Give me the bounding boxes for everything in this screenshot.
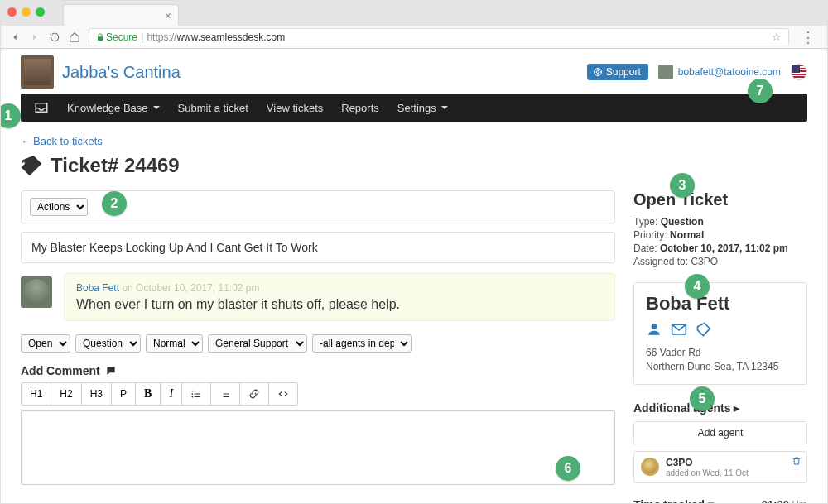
svg-point-3 xyxy=(192,393,194,395)
user-email: bobafett@tatooine.com xyxy=(678,66,781,78)
additional-agents-section: Additional agents ▸ Add agent C3PO added… xyxy=(633,401,807,483)
nav-submit-ticket[interactable]: Submit a ticket xyxy=(178,102,248,114)
home-icon[interactable] xyxy=(69,31,80,43)
callout-5: 5 xyxy=(690,386,715,411)
trash-icon xyxy=(792,456,802,466)
nav-view-tickets[interactable]: View tickets xyxy=(267,102,323,114)
close-tab-icon[interactable]: × xyxy=(165,10,171,22)
user-avatar xyxy=(658,65,673,79)
agent-name: C3PO xyxy=(666,457,749,468)
ticket-heading: Ticket# 24469 xyxy=(21,154,807,177)
comment-timestamp: on October 10, 2017, 11:02 pm xyxy=(122,282,259,294)
support-label: Support xyxy=(606,66,641,78)
link-icon xyxy=(248,388,260,400)
rte-link[interactable] xyxy=(240,383,269,405)
bookmark-star-icon[interactable]: ☆ xyxy=(772,31,782,43)
customer-card: Boba Fett 66 Vader Rd Northern Dune Sea,… xyxy=(633,282,807,385)
editor-toolbar: H1 H2 H3 P B I xyxy=(21,382,298,406)
rte-ul[interactable] xyxy=(182,383,211,405)
browser-tab-strip: × xyxy=(1,1,827,26)
brand-name: Jabba's Cantina xyxy=(62,63,181,82)
back-to-tickets-link[interactable]: ← Back to tickets xyxy=(21,135,807,147)
rte-p[interactable]: P xyxy=(112,383,136,405)
rte-h1[interactable]: H1 xyxy=(22,383,51,405)
inbox-icon xyxy=(34,100,49,115)
type-select[interactable]: Question xyxy=(75,334,141,353)
callout-3: 3 xyxy=(670,173,695,198)
url-text: https://www.seamlessdesk.com xyxy=(147,31,285,43)
rte-h2[interactable]: H2 xyxy=(51,383,81,405)
nav-knowledge-base[interactable]: Knowledge Base xyxy=(67,102,160,114)
minimize-window-icon[interactable] xyxy=(22,7,31,17)
rte-code[interactable] xyxy=(269,383,297,405)
rte-h3[interactable]: H3 xyxy=(82,383,112,405)
rte-ol[interactable] xyxy=(211,383,240,405)
priority-select[interactable]: Normal xyxy=(146,334,203,353)
callout-7: 7 xyxy=(748,79,773,103)
commenter-avatar xyxy=(21,276,52,308)
ticket-subject: My Blaster Keeps Locking Up And I Cant G… xyxy=(21,232,615,263)
callout-6: 6 xyxy=(556,456,580,481)
ticket-property-selects: Open Question Normal General Support -al… xyxy=(21,334,615,353)
brand-logo xyxy=(21,55,54,89)
code-icon xyxy=(277,388,289,400)
support-button[interactable]: Support xyxy=(587,64,648,80)
rte-italic[interactable]: I xyxy=(161,383,182,405)
remove-agent-button[interactable] xyxy=(792,455,802,468)
lifebuoy-icon xyxy=(593,67,603,77)
callout-4: 4 xyxy=(685,274,710,299)
page-title: Ticket# 24469 xyxy=(51,154,180,177)
close-window-icon[interactable] xyxy=(7,7,17,17)
ticket-message: Boba Fett on October 10, 2017, 11:02 pm … xyxy=(21,273,615,321)
back-icon[interactable] xyxy=(9,31,21,43)
window-controls[interactable] xyxy=(7,7,45,17)
nav-inbox[interactable] xyxy=(34,100,49,115)
comment-editor[interactable] xyxy=(21,410,615,485)
chevron-down-icon xyxy=(153,106,160,109)
lock-icon xyxy=(96,33,104,41)
secure-label: Secure xyxy=(106,31,137,43)
list-ol-icon xyxy=(219,388,231,400)
comment-icon xyxy=(105,365,117,377)
agent-avatar xyxy=(641,458,659,476)
additional-agents-heading: Additional agents ▸ xyxy=(633,401,807,415)
agent-list-item: C3PO added on Wed, 11 Oct xyxy=(633,451,807,483)
add-comment-heading: Add Comment xyxy=(21,364,615,377)
forward-icon[interactable] xyxy=(29,31,41,43)
open-ticket-heading: Open Ticket xyxy=(633,190,807,209)
main-nav: Knowledge Base Submit a ticket View tick… xyxy=(21,94,807,122)
svg-point-4 xyxy=(192,396,194,398)
address-bar[interactable]: Secure | https://www.seamlessdesk.com ☆ xyxy=(89,28,789,46)
customer-name: Boba Fett xyxy=(646,293,795,314)
brand[interactable]: Jabba's Cantina xyxy=(21,55,181,89)
svg-point-2 xyxy=(192,391,194,392)
secure-indicator: Secure xyxy=(96,31,137,43)
nav-reports[interactable]: Reports xyxy=(341,102,379,114)
rte-bold[interactable]: B xyxy=(136,383,161,405)
email-icon[interactable] xyxy=(671,321,687,338)
time-tracked-row: Time tracked ▾ 01:30 Hrs xyxy=(633,498,807,504)
department-select[interactable]: General Support xyxy=(208,334,307,353)
browser-tab[interactable]: × xyxy=(63,4,179,26)
zoom-window-icon[interactable] xyxy=(36,7,45,17)
chevron-down-icon[interactable]: ▾ xyxy=(708,498,714,504)
chevron-down-icon xyxy=(441,106,448,109)
agents-select[interactable]: -all agents in dept.- xyxy=(312,334,412,353)
status-select[interactable]: Open xyxy=(21,334,70,353)
actions-dropdown[interactable]: Actions xyxy=(30,198,88,216)
reload-icon[interactable] xyxy=(49,31,60,43)
arrow-left-icon: ← xyxy=(21,135,31,147)
browser-menu-icon[interactable]: ⋮ xyxy=(797,28,819,46)
locale-flag-icon[interactable] xyxy=(791,64,807,80)
list-ul-icon xyxy=(190,388,202,400)
comment-author: Boba Fett xyxy=(76,282,119,294)
user-menu[interactable]: bobafett@tatooine.com xyxy=(658,65,781,79)
user-icon[interactable] xyxy=(646,321,662,338)
nav-settings[interactable]: Settings xyxy=(397,102,448,114)
agent-added-date: added on Wed, 11 Oct xyxy=(666,468,749,478)
customer-address-1: 66 Vader Rd xyxy=(646,346,795,360)
ticket-small-icon[interactable] xyxy=(696,321,712,338)
callout-1: 1 xyxy=(1,103,21,128)
ticket-meta: Type: Question Priority: Normal Date: Oc… xyxy=(633,216,807,267)
add-agent-button[interactable]: Add agent xyxy=(634,422,806,444)
